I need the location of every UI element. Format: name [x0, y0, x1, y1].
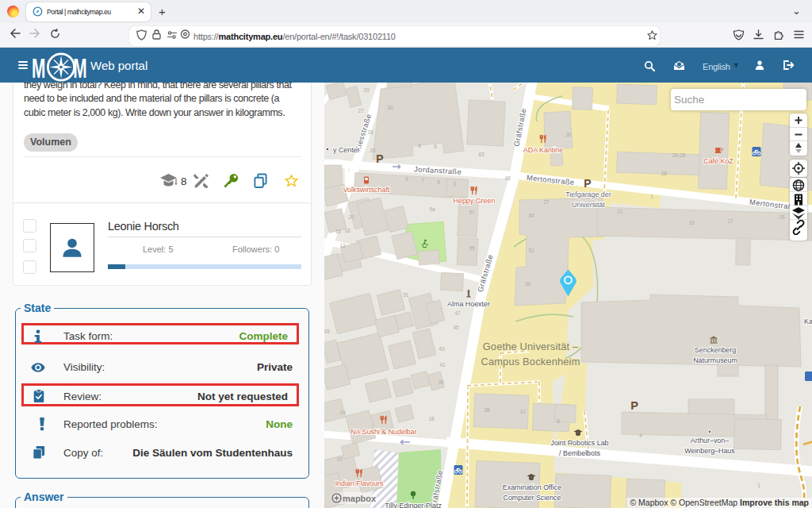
svg-text:NA Sushi & Nudelbar: NA Sushi & Nudelbar — [350, 428, 416, 436]
svg-text:8: 8 — [557, 418, 560, 424]
svg-text:P: P — [630, 399, 638, 412]
svg-text:52: 52 — [528, 248, 534, 253]
svg-text:16: 16 — [335, 229, 341, 234]
svg-text:57: 57 — [469, 210, 475, 215]
svg-text:19: 19 — [336, 456, 343, 462]
svg-text:Volkswirtschaft: Volkswirtschaft — [343, 186, 390, 194]
svg-text:Campus Bockenheim: Campus Bockenheim — [481, 356, 580, 368]
svg-text:P: P — [376, 152, 383, 165]
svg-text:5: 5 — [437, 179, 440, 185]
svg-text:Computer Science: Computer Science — [503, 494, 561, 502]
svg-text:Joint Robotics Lab: Joint Robotics Lab — [550, 439, 608, 447]
svg-text:10: 10 — [519, 409, 526, 414]
svg-text:12: 12 — [339, 243, 346, 248]
svg-text:43: 43 — [439, 346, 445, 352]
svg-text:Weinberg–Haus: Weinberg–Haus — [684, 447, 735, 455]
svg-text:24: 24 — [339, 410, 346, 415]
svg-text:1: 1 — [757, 483, 760, 488]
svg-text:Arthur–von–: Arthur–von– — [691, 437, 729, 444]
svg-text:18: 18 — [344, 228, 350, 233]
svg-text:Ka: Ka — [804, 318, 812, 325]
svg-text:y Center: y Center — [333, 146, 360, 154]
svg-text:47: 47 — [454, 310, 461, 316]
svg-text:M: M — [32, 52, 45, 83]
svg-text:51: 51 — [403, 292, 409, 298]
svg-text:18: 18 — [428, 416, 435, 421]
svg-text:41: 41 — [439, 362, 446, 368]
svg-text:63: 63 — [478, 152, 485, 157]
svg-text:Goethe Universität –: Goethe Universität – — [483, 341, 579, 352]
svg-text:25: 25 — [779, 214, 785, 220]
svg-text:48: 48 — [504, 175, 511, 181]
svg-text:30: 30 — [387, 105, 393, 110]
svg-text:54: 54 — [528, 213, 534, 218]
svg-text:1: 1 — [650, 194, 653, 199]
svg-text:Examination Office: Examination Office — [503, 483, 561, 491]
svg-text:50: 50 — [525, 281, 531, 287]
svg-text:26: 26 — [370, 148, 376, 153]
svg-text:20: 20 — [348, 214, 354, 220]
svg-text:8: 8 — [418, 143, 421, 148]
svg-text:17: 17 — [727, 218, 733, 224]
svg-text:Tiefgarage der: Tiefgarage der — [565, 190, 611, 198]
svg-text:ADA Kantine: ADA Kantine — [523, 146, 563, 154]
svg-text:9: 9 — [405, 176, 408, 182]
svg-text:Indian Flavours: Indian Flavours — [335, 479, 384, 487]
svg-text:/ Bembelbots: / Bembelbots — [559, 449, 600, 457]
svg-text:29: 29 — [363, 87, 370, 93]
svg-text:3: 3 — [453, 181, 456, 187]
svg-text:28: 28 — [367, 129, 373, 135]
svg-text:26-28: 26-28 — [672, 152, 686, 158]
svg-text:Café KoZ: Café KoZ — [703, 157, 733, 165]
svg-text:28: 28 — [661, 171, 667, 176]
svg-text:39: 39 — [438, 379, 444, 385]
svg-text:45: 45 — [453, 325, 459, 330]
svg-text:55: 55 — [469, 245, 475, 251]
svg-text:4: 4 — [639, 433, 642, 438]
svg-text:Naturmuseum: Naturmuseum — [693, 356, 737, 364]
svg-text:38: 38 — [484, 407, 490, 413]
svg-text:27: 27 — [543, 199, 550, 205]
svg-text:7: 7 — [421, 178, 424, 183]
svg-text:mapbox: mapbox — [343, 494, 377, 503]
svg-text:5a: 5a — [429, 206, 435, 212]
svg-text:Heppy Green: Heppy Green — [454, 197, 496, 205]
svg-text:Universität: Universität — [572, 201, 605, 209]
svg-text:30: 30 — [565, 132, 572, 137]
svg-text:27: 27 — [358, 108, 364, 114]
svg-text:21: 21 — [617, 209, 623, 214]
svg-text:Tilly-Edinger-Platz: Tilly-Edinger-Platz — [385, 502, 442, 508]
svg-text:Senckenberg: Senckenberg — [695, 346, 736, 354]
svg-text:6: 6 — [434, 144, 437, 149]
svg-text:19: 19 — [688, 220, 695, 225]
svg-text:P: P — [584, 177, 591, 190]
svg-text:Alma Hoexter: Alma Hoexter — [447, 300, 490, 308]
svg-text:45: 45 — [324, 329, 330, 334]
